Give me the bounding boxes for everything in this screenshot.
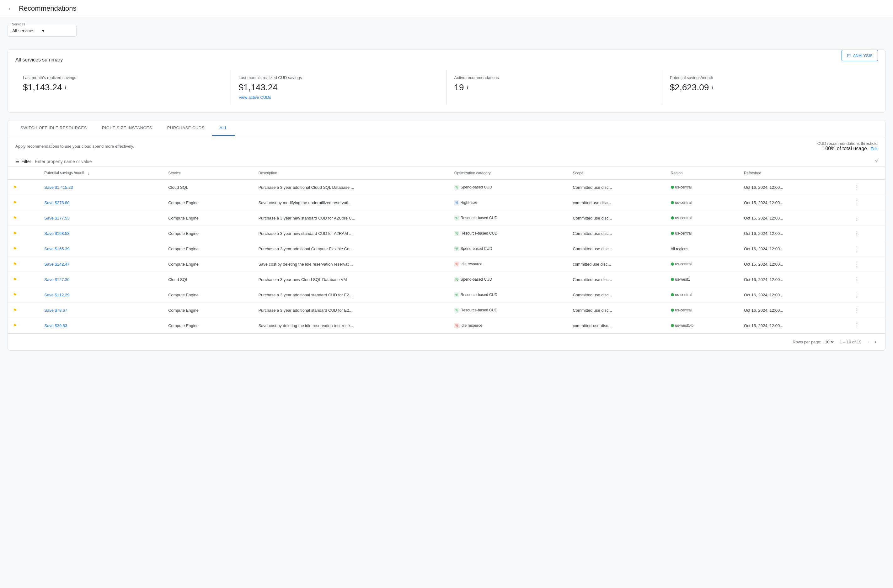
opt-category-cell-4: % Spend-based CUD xyxy=(450,241,568,256)
more-menu-button-7[interactable]: ⋮ xyxy=(854,291,860,298)
help-icon[interactable]: ? xyxy=(875,159,878,164)
region-cell-3: us-central xyxy=(666,226,739,241)
refreshed-cell-6: Oct 16, 2024, 12:00... xyxy=(739,272,849,287)
col-actions xyxy=(849,167,885,180)
col-savings[interactable]: Potential savings /month ↓ xyxy=(39,167,163,180)
analysis-icon: ⊡ xyxy=(847,52,851,58)
savings-link-2[interactable]: Save $177.53 xyxy=(44,216,69,220)
more-menu-button-9[interactable]: ⋮ xyxy=(854,322,860,329)
metric-value-0: $1,143.24 ℹ xyxy=(23,82,223,93)
savings-link-7[interactable]: Save $112.29 xyxy=(44,292,69,297)
more-menu-button-4[interactable]: ⋮ xyxy=(854,245,860,252)
col-flag xyxy=(8,167,39,180)
opt-category-cell-8: % Resource-based CUD xyxy=(450,303,568,318)
back-button[interactable]: ← xyxy=(8,5,14,12)
region-cell-4: All regions xyxy=(666,241,739,256)
scope-cell-8: Committed use disc... xyxy=(568,303,666,318)
savings-link-6[interactable]: Save $127.30 xyxy=(44,277,69,282)
more-menu-button-8[interactable]: ⋮ xyxy=(854,307,860,314)
top-bar: ← Recommendations xyxy=(0,0,893,17)
scope-cell-3: Committed use disc... xyxy=(568,226,666,241)
tab-switch-off-idle[interactable]: SWITCH OFF IDLE RESOURCES xyxy=(13,120,95,136)
description-cell-5: Save cost by deleting the idle reservati… xyxy=(253,256,449,272)
opt-label-4: Spend-based CUD xyxy=(461,246,492,251)
more-menu-button-2[interactable]: ⋮ xyxy=(854,214,860,221)
opt-icon-3: % xyxy=(454,231,459,236)
metric-realized-savings: Last month's realized savings $1,143.24 … xyxy=(15,70,231,105)
filter-icon: ☰ xyxy=(15,159,20,164)
metric-active-recs: Active recommendations 19 ℹ xyxy=(447,70,662,105)
savings-link-9[interactable]: Save $39.83 xyxy=(44,323,67,328)
service-cell-8: Compute Engine xyxy=(163,303,253,318)
tab-purchase-cuds[interactable]: PURCHASE CUDS xyxy=(160,120,212,136)
savings-cell-7: Save $112.29 xyxy=(39,287,163,303)
savings-cell-0: Save $1,415.23 xyxy=(39,180,163,195)
scope-cell-9: committed-use-disc... xyxy=(568,318,666,333)
prev-page-button[interactable]: ‹ xyxy=(866,338,871,346)
savings-link-8[interactable]: Save $78.67 xyxy=(44,308,67,313)
opt-label-3: Resource-based CUD xyxy=(461,231,497,236)
opt-category-cell-6: % Spend-based CUD xyxy=(450,272,568,287)
cud-threshold-label: CUD recommendations threshold xyxy=(817,141,878,146)
info-icon-0[interactable]: ℹ xyxy=(65,85,66,91)
table-row: ⚑ Save $177.53 Compute Engine Purchase a… xyxy=(8,210,885,226)
more-menu-cell-5: ⋮ xyxy=(849,256,885,272)
description-cell-4: Purchase a 3 year additional Compute Fle… xyxy=(253,241,449,256)
opt-icon-9: % xyxy=(454,323,459,328)
description-cell-8: Purchase a 3 year additional standard CU… xyxy=(253,303,449,318)
col-refreshed: Refreshed xyxy=(739,167,849,180)
savings-cell-8: Save $78.67 xyxy=(39,303,163,318)
table-body: ⚑ Save $1,415.23 Cloud SQL Purchase a 3 … xyxy=(8,180,885,333)
refreshed-cell-9: Oct 15, 2024, 12:00... xyxy=(739,318,849,333)
summary-card: All services summary Last month's realiz… xyxy=(8,49,885,112)
savings-link-1[interactable]: Save $278.80 xyxy=(44,200,69,205)
info-icon-2[interactable]: ℹ xyxy=(467,85,469,91)
more-menu-button-5[interactable]: ⋮ xyxy=(854,261,860,267)
savings-cell-9: Save $39.83 xyxy=(39,318,163,333)
table-row: ⚑ Save $1,415.23 Cloud SQL Purchase a 3 … xyxy=(8,180,885,195)
service-cell-0: Cloud SQL xyxy=(163,180,253,195)
sort-icon: ↓ xyxy=(87,171,90,176)
more-menu-cell-3: ⋮ xyxy=(849,226,885,241)
savings-cell-4: Save $165.39 xyxy=(39,241,163,256)
opt-label-8: Resource-based CUD xyxy=(461,308,497,312)
dropdown-arrow-icon: ▾ xyxy=(42,28,72,33)
metric-label-1: Last month's realized CUD savings xyxy=(239,75,439,80)
savings-link-0[interactable]: Save $1,415.23 xyxy=(44,185,73,190)
table-controls: Apply recommendations to use your cloud … xyxy=(8,136,885,156)
table-row: ⚑ Save $165.39 Compute Engine Purchase a… xyxy=(8,241,885,256)
cud-threshold-edit[interactable]: Edit xyxy=(871,147,878,151)
more-menu-button-6[interactable]: ⋮ xyxy=(854,276,860,283)
savings-cell-2: Save $177.53 xyxy=(39,210,163,226)
region-cell-6: us-west1 xyxy=(666,272,739,287)
filter-bar: ☰ Filter ? xyxy=(8,156,885,167)
opt-label-6: Spend-based CUD xyxy=(461,277,492,282)
service-cell-3: Compute Engine xyxy=(163,226,253,241)
savings-link-4[interactable]: Save $165.39 xyxy=(44,246,69,251)
savings-link-5[interactable]: Save $142.47 xyxy=(44,262,69,267)
rows-per-page-select[interactable]: 10 25 50 xyxy=(824,339,834,345)
tab-all[interactable]: ALL xyxy=(212,120,235,136)
more-menu-cell-2: ⋮ xyxy=(849,210,885,226)
next-page-button[interactable]: › xyxy=(873,338,878,346)
description-cell-9: Save cost by deleting the idle reservati… xyxy=(253,318,449,333)
view-active-cuds-link[interactable]: View active CUDs xyxy=(239,95,439,100)
more-menu-button-0[interactable]: ⋮ xyxy=(854,184,860,190)
flag-cell-0: ⚑ xyxy=(8,180,39,195)
scope-cell-6: Committed use disc... xyxy=(568,272,666,287)
services-dropdown[interactable]: All services ▾ xyxy=(8,25,77,37)
col-scope: Scope xyxy=(568,167,666,180)
filter-input[interactable] xyxy=(35,159,871,164)
flag-icon-5: ⚑ xyxy=(13,261,17,267)
savings-link-3[interactable]: Save $168.53 xyxy=(44,231,69,236)
services-label: Services xyxy=(11,22,26,26)
more-menu-button-1[interactable]: ⋮ xyxy=(854,199,860,206)
more-menu-cell-0: ⋮ xyxy=(849,180,885,195)
services-filter[interactable]: Services All services ▾ xyxy=(8,25,77,37)
info-icon-3[interactable]: ℹ xyxy=(711,85,713,91)
analysis-label: ANALYSIS xyxy=(853,53,873,58)
service-cell-5: Compute Engine xyxy=(163,256,253,272)
service-cell-7: Compute Engine xyxy=(163,287,253,303)
tab-right-size[interactable]: RIGHT SIZE INSTANCES xyxy=(95,120,160,136)
more-menu-button-3[interactable]: ⋮ xyxy=(854,230,860,237)
